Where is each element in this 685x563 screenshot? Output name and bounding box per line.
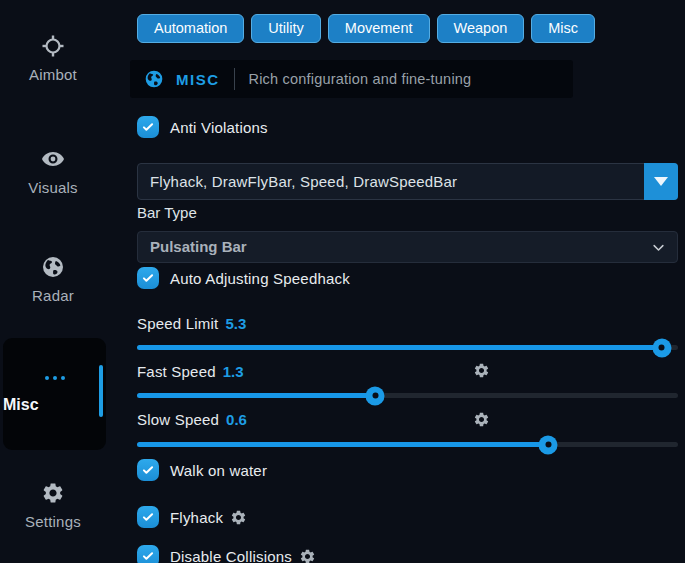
slider-handle[interactable] — [539, 435, 558, 454]
tab-weapon[interactable]: Weapon — [437, 14, 525, 43]
bars-multiselect[interactable]: Flyhack, DrawFlyBar, Speed, DrawSpeedBar — [137, 163, 678, 200]
sidebar-item-aimbot[interactable]: Aimbot — [0, 34, 106, 83]
checkbox-label: Auto Adjusting Speedhack — [170, 270, 350, 287]
globe-icon — [41, 255, 65, 279]
slow-speed-slider[interactable] — [137, 442, 678, 447]
checkbox-checked[interactable] — [137, 459, 159, 481]
bar-type-select[interactable]: Pulsating Bar — [137, 231, 678, 263]
section-subtitle: Rich configuration and fine-tuning — [249, 71, 472, 87]
header-divider — [234, 68, 235, 90]
bar-type-label: Bar Type — [137, 204, 197, 221]
section-header: MISC Rich configuration and fine-tuning — [130, 60, 573, 98]
checkbox-walk-on-water[interactable]: Walk on water — [137, 459, 267, 481]
slider-value: 1.3 — [223, 363, 244, 380]
slider-label: Slow Speed — [137, 411, 219, 428]
checkbox-checked[interactable] — [137, 267, 159, 289]
checkbox-disable-collisions[interactable]: Disable Collisions — [137, 545, 316, 563]
tab-automation[interactable]: Automation — [137, 14, 244, 43]
sidebar-item-label: Misc — [3, 396, 106, 414]
sidebar-item-settings[interactable]: Settings — [0, 481, 106, 530]
gear-icon[interactable] — [473, 362, 490, 379]
sidebar-item-radar[interactable]: Radar — [0, 255, 106, 304]
slider-fill — [137, 393, 375, 398]
chevron-down-icon — [651, 240, 666, 255]
sidebar-item-label: Visuals — [0, 179, 106, 196]
fast-speed-slider[interactable] — [137, 393, 678, 398]
check-icon — [141, 271, 155, 285]
checkbox-label: Anti Violations — [170, 119, 268, 136]
section-title: MISC — [176, 71, 220, 88]
slider-fill — [137, 442, 548, 447]
crosshair-icon — [41, 34, 65, 58]
multiselect-value: Flyhack, DrawFlyBar, Speed, DrawSpeedBar — [150, 164, 457, 199]
main-content: Automation Utility Movement Weapon Misc … — [137, 0, 678, 563]
sidebar-item-misc-active[interactable]: Misc — [3, 338, 106, 450]
select-value: Pulsating Bar — [150, 232, 247, 262]
slider-handle[interactable] — [652, 338, 671, 357]
speed-limit-header: Speed Limit 5.3 — [137, 314, 246, 332]
tab-movement[interactable]: Movement — [328, 14, 430, 43]
slider-fill — [137, 345, 662, 350]
ellipsis-icon — [3, 368, 106, 386]
gear-icon[interactable] — [299, 548, 316, 563]
speed-limit-slider[interactable] — [137, 345, 678, 350]
checkbox-checked[interactable] — [137, 545, 159, 563]
slow-speed-header: Slow Speed 0.6 — [137, 410, 247, 428]
checkbox-label: Walk on water — [170, 462, 267, 479]
dropdown-arrow-icon — [654, 177, 668, 186]
checkbox-checked[interactable] — [137, 506, 159, 528]
active-indicator-bar — [99, 365, 103, 417]
checkbox-auto-adjusting-speedhack[interactable]: Auto Adjusting Speedhack — [137, 267, 350, 289]
sidebar-item-label: Settings — [0, 513, 106, 530]
category-tabs: Automation Utility Movement Weapon Misc — [137, 14, 595, 43]
slider-value: 5.3 — [225, 315, 246, 332]
multiselect-dropdown-button[interactable] — [644, 163, 678, 200]
sidebar-item-visuals[interactable]: Visuals — [0, 147, 106, 196]
checkbox-checked[interactable] — [137, 116, 159, 138]
gear-icon[interactable] — [473, 411, 490, 428]
cheat-menu-window: Aimbot Visuals Radar Misc Settings Autom… — [0, 0, 685, 563]
checkbox-anti-violations[interactable]: Anti Violations — [137, 116, 268, 138]
checkbox-flyhack[interactable]: Flyhack — [137, 506, 247, 528]
gear-icon — [41, 481, 65, 505]
tab-misc[interactable]: Misc — [531, 14, 595, 43]
sidebar: Aimbot Visuals Radar Misc Settings — [0, 0, 130, 563]
slider-label: Fast Speed — [137, 363, 216, 380]
check-icon — [141, 463, 155, 477]
sidebar-item-label: Radar — [0, 287, 106, 304]
tab-utility[interactable]: Utility — [251, 14, 320, 43]
globe-icon — [144, 69, 164, 89]
slider-value: 0.6 — [226, 411, 247, 428]
check-icon — [141, 510, 155, 524]
check-icon — [141, 120, 155, 134]
check-icon — [141, 549, 155, 563]
gear-icon[interactable] — [230, 509, 247, 526]
checkbox-label: Disable Collisions — [170, 548, 292, 563]
eye-icon — [41, 147, 65, 171]
checkbox-label: Flyhack — [170, 509, 223, 526]
slider-handle[interactable] — [366, 386, 385, 405]
slider-label: Speed Limit — [137, 315, 218, 332]
sidebar-item-label: Aimbot — [0, 66, 106, 83]
fast-speed-header: Fast Speed 1.3 — [137, 362, 244, 380]
